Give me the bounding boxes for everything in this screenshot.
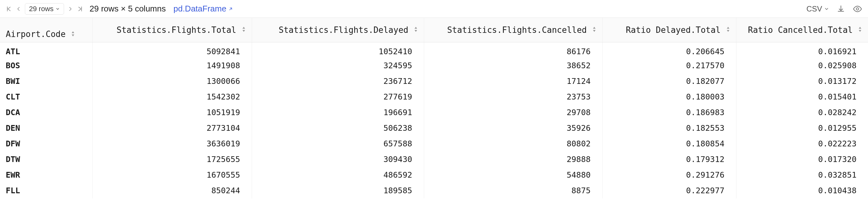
- cell-total: 5092841: [92, 42, 252, 58]
- svg-marker-7: [243, 30, 245, 32]
- cell-total: 1051919: [92, 105, 252, 120]
- cell-ratio-delayed: 0.186983: [602, 105, 736, 120]
- cell-delayed: 657588: [252, 136, 424, 151]
- cell-ratio-delayed: 0.291276: [602, 167, 736, 183]
- cell-ratio-delayed: 0.180854: [602, 136, 736, 151]
- cell-delayed: 196691: [252, 105, 424, 120]
- cell-airport-code: DEN: [0, 120, 92, 136]
- sort-icon[interactable]: [858, 26, 862, 34]
- cell-ratio-delayed: 0.180003: [602, 89, 736, 105]
- cell-delayed: 324595: [252, 58, 424, 73]
- cell-airport-code: EWR: [0, 167, 92, 183]
- view-toggle-button[interactable]: [853, 4, 862, 14]
- cell-cancelled: 29888: [424, 151, 602, 167]
- cell-cancelled: 86176: [424, 42, 602, 58]
- sort-icon[interactable]: [413, 26, 418, 34]
- svg-line-2: [230, 8, 232, 10]
- svg-marker-5: [72, 34, 74, 36]
- prev-page-button[interactable]: [15, 6, 22, 12]
- dataframe-table: Airport.Code Statistics.Flights.Total St…: [0, 18, 868, 198]
- cell-delayed: 1052410: [252, 42, 424, 58]
- cell-airport-code: BOS: [0, 58, 92, 73]
- cell-total: 1491908: [92, 58, 252, 73]
- cell-cancelled: 54880: [424, 167, 602, 183]
- dataframe-type-label: pd.DataFrame: [173, 4, 226, 14]
- column-header-ratio-cancelled[interactable]: Ratio Cancelled.Total: [736, 18, 868, 42]
- cell-ratio-delayed: 0.182077: [602, 73, 736, 89]
- table-row[interactable]: DCA1051919196691297080.1869830.028242: [0, 105, 868, 120]
- cell-ratio-cancelled: 0.013172: [736, 73, 868, 89]
- table-row[interactable]: DEN2773104506238359260.1825530.012955: [0, 120, 868, 136]
- column-label: Statistics.Flights.Total: [117, 25, 237, 35]
- cell-airport-code: DCA: [0, 105, 92, 120]
- next-page-button[interactable]: [67, 6, 73, 12]
- eye-icon: [853, 4, 862, 14]
- column-header-total[interactable]: Statistics.Flights.Total: [92, 18, 252, 42]
- svg-marker-4: [72, 31, 74, 33]
- export-format-selector[interactable]: CSV: [806, 4, 829, 13]
- table-row[interactable]: BOS1491908324595386520.2175700.025908: [0, 58, 868, 73]
- chevron-down-icon: [824, 6, 829, 11]
- cell-airport-code: FLL: [0, 183, 92, 198]
- toolbar-right-group: CSV: [806, 4, 862, 14]
- column-header-ratio-delayed[interactable]: Ratio Delayed.Total: [602, 18, 736, 42]
- svg-marker-10: [593, 27, 595, 29]
- cell-ratio-cancelled: 0.025908: [736, 58, 868, 73]
- column-header-delayed[interactable]: Statistics.Flights.Delayed: [252, 18, 424, 42]
- cell-ratio-delayed: 0.182553: [602, 120, 736, 136]
- table-row[interactable]: DFW3636019657588808020.1808540.022223: [0, 136, 868, 151]
- table-row[interactable]: CLT1542302277619237530.1800030.015401: [0, 89, 868, 105]
- cell-total: 850244: [92, 183, 252, 198]
- cell-delayed: 189585: [252, 183, 424, 198]
- column-label: Statistics.Flights.Cancelled: [447, 25, 587, 35]
- table-row[interactable]: FLL85024418958588750.2229770.010438: [0, 183, 868, 198]
- table-row[interactable]: DTW1725655309430298880.1793120.017320: [0, 151, 868, 167]
- rows-selector[interactable]: 29 rows: [25, 3, 64, 15]
- first-page-button[interactable]: [6, 6, 12, 12]
- cell-cancelled: 23753: [424, 89, 602, 105]
- table-row[interactable]: ATL50928411052410861760.2066450.016921: [0, 42, 868, 58]
- cell-ratio-cancelled: 0.012955: [736, 120, 868, 136]
- cell-cancelled: 29708: [424, 105, 602, 120]
- cell-airport-code: BWI: [0, 73, 92, 89]
- cell-ratio-cancelled: 0.022223: [736, 136, 868, 151]
- cell-delayed: 236712: [252, 73, 424, 89]
- svg-marker-13: [727, 30, 730, 32]
- cell-cancelled: 17124: [424, 73, 602, 89]
- svg-marker-14: [859, 27, 861, 29]
- table-row[interactable]: BWI1300066236712171240.1820770.013172: [0, 73, 868, 89]
- cell-total: 2773104: [92, 120, 252, 136]
- cell-airport-code: ATL: [0, 42, 92, 58]
- cell-delayed: 277619: [252, 89, 424, 105]
- cell-delayed: 506238: [252, 120, 424, 136]
- svg-marker-6: [243, 27, 245, 29]
- download-button[interactable]: [837, 5, 845, 13]
- cell-total: 3636019: [92, 136, 252, 151]
- external-link-icon: [228, 6, 233, 11]
- cell-cancelled: 38652: [424, 58, 602, 73]
- table-row[interactable]: EWR1670555486592548800.2912760.032851: [0, 167, 868, 183]
- column-label: Airport.Code: [6, 29, 66, 39]
- cell-delayed: 309430: [252, 151, 424, 167]
- column-header-cancelled[interactable]: Statistics.Flights.Cancelled: [424, 18, 602, 42]
- cell-ratio-delayed: 0.217570: [602, 58, 736, 73]
- sort-icon[interactable]: [726, 26, 730, 34]
- cell-total: 1542302: [92, 89, 252, 105]
- dataframe-toolbar: 29 rows 29 rows × 5 columns pd.DataFrame…: [0, 0, 868, 18]
- export-format-label: CSV: [806, 4, 822, 13]
- column-header-index[interactable]: Airport.Code: [0, 18, 92, 42]
- rows-count-label: 29 rows: [29, 5, 54, 13]
- cell-ratio-cancelled: 0.016921: [736, 42, 868, 58]
- svg-point-3: [856, 8, 859, 10]
- cell-ratio-delayed: 0.222977: [602, 183, 736, 198]
- dataframe-type-link[interactable]: pd.DataFrame: [173, 4, 233, 14]
- svg-marker-9: [414, 30, 417, 32]
- last-page-button[interactable]: [77, 6, 83, 12]
- cell-airport-code: DFW: [0, 136, 92, 151]
- sort-icon[interactable]: [71, 30, 75, 39]
- sort-icon[interactable]: [242, 26, 246, 34]
- sort-icon[interactable]: [592, 26, 596, 34]
- svg-marker-12: [727, 27, 730, 29]
- column-label: Statistics.Flights.Delayed: [279, 25, 408, 35]
- svg-marker-15: [859, 30, 861, 32]
